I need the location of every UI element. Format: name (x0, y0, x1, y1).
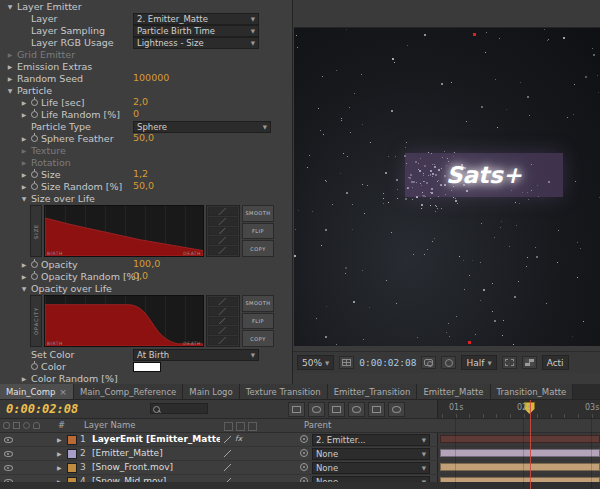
close-tab-icon[interactable]: × (59, 387, 67, 397)
effect-row-set-color[interactable]: ▶Set ColorAt Birth▼ (0, 348, 292, 360)
effect-row-size-over-life[interactable]: ▼Size over Life (0, 192, 292, 204)
twirl-icon[interactable]: ▶ (20, 111, 28, 118)
layer-row-1[interactable]: ▶1LayerEmit [Emitter_Matte]fx2. Emitter.… (0, 433, 600, 447)
effect-row-layer-rgb-usage[interactable]: ▶Layer RGB UsageLightness - Size▼ (0, 36, 292, 48)
effect-row-layer[interactable]: ▶Layer2. Emitter_Matte▼ (0, 12, 292, 24)
twirl-icon[interactable]: ▶ (20, 171, 28, 178)
layer-handle-bottom[interactable] (468, 341, 471, 344)
motion-blur-icon[interactable] (368, 402, 385, 417)
twirl-icon[interactable]: ▶ (20, 99, 28, 106)
parent-dropdown[interactable]: None▼ (312, 462, 430, 474)
tab-emitter-matte[interactable]: Emitter_Matte (417, 384, 490, 399)
tab-emitter-transition[interactable]: Emitter_Transition (328, 384, 418, 399)
stopwatch-icon[interactable] (31, 261, 38, 268)
curve-preset-thumb[interactable] (208, 207, 238, 216)
stopwatch-icon[interactable] (31, 111, 38, 118)
tab-transition-matte[interactable]: Transition_Matte (491, 384, 574, 399)
twirl-icon[interactable]: ▶ (6, 51, 14, 58)
layer-track[interactable] (437, 433, 600, 446)
stopwatch-icon[interactable] (31, 135, 38, 142)
effect-row-sphere-feather[interactable]: ▶Sphere Feather50,0 (0, 132, 292, 144)
graph-editor-icon[interactable] (388, 402, 405, 417)
twirl-icon[interactable]: ▼ (6, 3, 14, 10)
twirl-icon[interactable]: ▶ (6, 75, 14, 82)
composition-viewport[interactable]: Sats+ (294, 27, 600, 346)
twirl-icon[interactable]: ▼ (20, 195, 28, 202)
stopwatch-icon[interactable] (31, 171, 38, 178)
layer-twirl-icon[interactable]: ▶ (57, 450, 62, 457)
effect-row-color-random[interactable]: ▶Color Random [%] (0, 372, 292, 384)
twirl-icon[interactable]: ▶ (20, 273, 28, 280)
twirl-icon[interactable]: ▶ (20, 375, 28, 382)
effect-row-rotation[interactable]: ▶Rotation (0, 156, 292, 168)
layer-track[interactable] (437, 461, 600, 474)
safe-areas-icon[interactable] (339, 356, 354, 369)
parent-header[interactable]: Parent (304, 420, 331, 430)
curve-smooth-button[interactable]: SMOOTH (242, 295, 274, 312)
layer-twirl-icon[interactable]: ▶ (57, 464, 62, 471)
visibility-eye-icon[interactable] (4, 451, 13, 457)
quality-switch-icon[interactable] (224, 450, 231, 457)
curve-presets[interactable] (206, 205, 240, 257)
effect-row-size-random[interactable]: ▶Size Random [%]50,0 (0, 180, 292, 192)
param-value[interactable]: 0,0 (133, 270, 148, 282)
curve-smooth-button[interactable]: SMOOTH (242, 205, 274, 222)
twirl-icon[interactable]: ▶ (20, 183, 28, 190)
layer-duration-bar[interactable] (440, 463, 600, 471)
effect-row-texture[interactable]: ▶Texture (0, 144, 292, 156)
curve-graph[interactable]: BIRTHDEATH (44, 295, 204, 347)
time-ruler[interactable]: 01s02s03s (437, 400, 600, 418)
layer-color-chip[interactable] (67, 435, 77, 445)
effect-row-emission-extras[interactable]: ▶Emission Extras (0, 60, 292, 72)
stopwatch-icon[interactable] (31, 99, 38, 106)
param-value[interactable]: 50,0 (133, 180, 154, 192)
frame-blending-icon[interactable] (348, 402, 365, 417)
curve-preset-thumb[interactable] (208, 236, 238, 245)
twirl-icon[interactable]: ▶ (20, 147, 28, 154)
current-time-display[interactable]: 0:00:02:08 (6, 402, 78, 416)
tab-main-logo[interactable]: Main Logo (183, 384, 239, 399)
curve-preset-thumb[interactable] (208, 297, 238, 306)
stopwatch-icon[interactable] (31, 363, 38, 370)
effect-row-random-seed[interactable]: ▶Random Seed100000 (0, 72, 292, 84)
effect-row-particle[interactable]: ▼Particle (0, 84, 292, 96)
layer-duration-bar[interactable] (440, 449, 600, 457)
effect-row-layer-emitter[interactable]: ▼Layer Emitter (0, 0, 292, 12)
layer-row-3[interactable]: ▶3[Snow_Front.mov]None▼ (0, 461, 600, 475)
twirl-icon[interactable]: ▶ (20, 135, 28, 142)
parent-dropdown[interactable]: 2. Emitter...▼ (312, 434, 430, 446)
effect-row-life-random[interactable]: ▶Life Random [%]0 (0, 108, 292, 120)
tab-main-comp-reference[interactable]: Main_Comp_Reference (74, 384, 183, 399)
curve-flip-button[interactable]: FLIP (242, 223, 274, 240)
curve-preset-thumb[interactable] (208, 217, 238, 226)
region-of-interest-icon[interactable] (502, 356, 517, 369)
effect-row-opacity-random[interactable]: ▶Opacity Random [%]0,0 (0, 270, 292, 282)
parent-dropdown[interactable]: None▼ (312, 448, 430, 460)
effect-row-layer-sampling[interactable]: ▶Layer SamplingParticle Birth Time▼ (0, 24, 292, 36)
color-swatch[interactable] (133, 362, 161, 372)
effect-row-opacity-over-life[interactable]: ▼Opacity over Life (0, 282, 292, 294)
pick-whip-icon[interactable] (300, 449, 308, 457)
param-value[interactable]: 0 (133, 108, 139, 120)
layer-duration-bar[interactable] (440, 435, 600, 443)
param-value[interactable]: 50,0 (133, 132, 154, 144)
param-value[interactable]: 1,2 (133, 168, 148, 180)
visibility-eye-icon[interactable] (4, 437, 13, 443)
layer-row-2[interactable]: ▶2[Emitter_Matte]None▼ (0, 447, 600, 461)
layer-handle-top[interactable] (473, 33, 476, 36)
twirl-icon[interactable]: ▶ (20, 159, 28, 166)
resolution-dropdown[interactable]: Half ▼ (461, 355, 496, 370)
twirl-icon[interactable]: ▼ (6, 87, 14, 94)
effect-row-life-sec[interactable]: ▶Life [sec]2,0 (0, 96, 292, 108)
param-value[interactable]: 2,0 (133, 96, 148, 108)
layer-name-header[interactable]: Layer Name (84, 420, 135, 430)
curve-flip-button[interactable]: FLIP (242, 313, 274, 330)
effect-row-particle-type[interactable]: ▶Particle TypeSphere▼ (0, 120, 292, 132)
curve-preset-thumb[interactable] (208, 307, 238, 316)
effect-row-color[interactable]: ▶Color (0, 360, 292, 372)
twirl-icon[interactable]: ▶ (6, 63, 14, 70)
tab-texture-transition[interactable]: Texture Transition (240, 384, 328, 399)
quality-switch-icon[interactable] (224, 464, 231, 471)
tab-main-comp[interactable]: Main_Comp× (0, 384, 74, 399)
transparency-grid-icon[interactable] (522, 356, 537, 369)
